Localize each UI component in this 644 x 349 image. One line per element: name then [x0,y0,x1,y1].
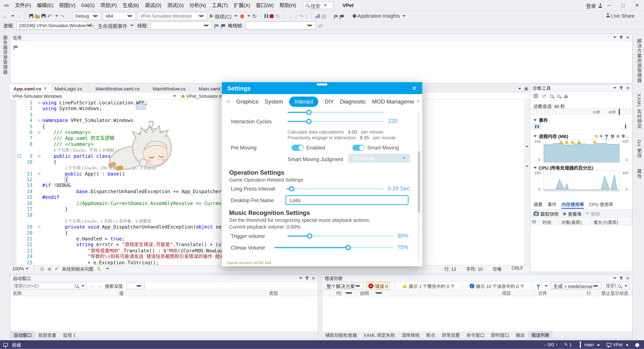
errors-filter-button[interactable]: ✕错误 0 [366,282,390,290]
pending-edits[interactable]: ✎1 [564,342,572,347]
zoom-dropdown[interactable]: 100% [12,266,29,271]
fold-icon[interactable]: ⊟ [36,153,42,159]
col-line[interactable]: 行 [584,290,599,296]
save-all-icon[interactable] [42,14,46,18]
settings-tab[interactable]: DIY [324,99,334,105]
bell-icon[interactable] [636,343,639,346]
menu-item[interactable]: 扩展(X) [231,0,253,11]
gear-icon[interactable] [534,94,538,98]
continue-button[interactable]: 继续(C) [209,12,239,21]
next-result-icon[interactable]: → [97,283,102,289]
settings-title-bar[interactable]: Settings ✕ [222,82,422,94]
warnings-filter-button[interactable]: 展示 1 个警告中的 0 个 [400,282,457,290]
cropped-slider[interactable] [288,110,384,115]
document-tab[interactable]: App.xaml.cs ✕ [10,84,51,93]
long-press-slider[interactable] [286,186,384,191]
step-out-icon[interactable]: ↑ [305,13,308,19]
bottom-tab[interactable]: 辅助功能检查器 [322,331,360,339]
search-depth-dropdown[interactable] [126,282,144,289]
col-objects[interactable]: 对象(差异) [560,219,592,225]
pause-events-button[interactable] [533,123,541,130]
settings-tab[interactable]: Graphics [236,99,258,105]
close-icon[interactable]: ✕ [412,84,417,92]
save-icon[interactable] [29,14,33,18]
bottom-tab[interactable]: 输出 [512,331,528,339]
breadcrumb-project-dropdown[interactable]: VPet-Simulator.Windows [10,93,179,100]
col-id[interactable]: ID [530,219,541,225]
col-time[interactable]: 时间 [541,219,560,225]
navigate-back-icon[interactable]: ← [2,13,8,19]
menu-item[interactable]: 窗口(W) [253,0,276,11]
document-tab[interactable]: MainLogic.cs ✕ [51,84,92,93]
application-insights-dropdown[interactable]: Application Insights [352,12,407,21]
col-type[interactable]: 类型 [266,290,318,296]
menu-item[interactable]: 工具(T) [209,0,231,11]
solution-config-dropdown[interactable]: Debug [72,12,101,20]
restart-debug-icon[interactable]: ↻ [276,13,280,19]
fold-icon[interactable]: ⊟ [36,129,42,135]
menu-item[interactable]: 项目(P) [98,0,120,11]
chevron-down-icon[interactable] [518,88,521,89]
source-filter-dropdown[interactable]: 生成 + IntelliSense [550,282,601,289]
close-icon[interactable]: ✕ [312,275,316,281]
pin-icon[interactable] [620,36,622,39]
diagnostics-tab[interactable]: 事件 [548,201,556,209]
bottom-tab[interactable]: 错误列表 [528,331,552,339]
menu-item[interactable]: 文件(F) [12,0,34,11]
diagnostics-tab[interactable]: CPU 使用率 [589,201,613,209]
sidebar-tab[interactable]: XAML 实时预览 [636,91,642,131]
error-list-grid[interactable] [322,296,632,330]
zoom-in-icon[interactable] [550,94,553,98]
climax-volume-slider[interactable] [274,245,394,250]
diagnostics-tab[interactable]: 内存使用率 [562,201,584,209]
scope-dropdown[interactable]: 整个解决方案 [324,282,364,289]
platform-dropdown[interactable]: x64 [103,12,136,20]
bottom-tab[interactable]: 断点 [423,331,438,339]
task-flag-icon[interactable] [14,46,18,48]
fold-icon[interactable]: ⊟ [36,118,42,124]
sidebar-tab[interactable]: Git 更改 [636,137,642,161]
menu-item[interactable]: Git(G) [78,0,98,11]
document-tab[interactable]: MainWindow.cs ✕ [149,84,195,93]
timeline-ruler[interactable]: 30秒 40秒 [530,109,632,115]
delete-snapshot-button[interactable]: ✕删除 [586,210,600,217]
drag-handle[interactable] [317,83,327,85]
chevron-down-icon[interactable] [613,277,616,279]
close-icon[interactable]: ✕ [626,85,630,91]
maximize-button[interactable]: □ [616,0,630,11]
pet-name-input[interactable] [286,195,409,205]
close-icon[interactable]: ✕ [44,86,47,91]
toggle-icon[interactable]: ⇄ [318,22,322,29]
memory-section-header[interactable]: 进程内存 (MB) G 快 专… [534,133,629,139]
chevron-left-icon[interactable]: < [227,98,230,105]
caret-line[interactable]: 行: 12 [444,265,456,272]
autos-search-box[interactable] [12,282,87,289]
feedback-icon[interactable] [3,343,8,346]
show-next-statement-icon[interactable]: → [288,13,293,19]
menu-item[interactable]: 视图(V) [56,0,78,11]
pin-icon[interactable] [620,86,622,90]
take-snapshot-button[interactable]: 截取快照 [534,210,558,217]
memory-controls[interactable]: G 快 专… [595,133,629,139]
document-outline-icon[interactable]: ▤ [40,266,44,271]
pet-moving-toggle[interactable] [292,145,304,151]
stackframe-dropdown[interactable] [246,21,316,30]
settings-tab[interactable]: System [265,99,283,105]
mascot-drag-handle[interactable] [136,104,146,109]
bottom-tab[interactable]: 异常设置 [438,331,463,339]
bookmark-next-icon[interactable] [340,15,344,17]
events-section-header[interactable]: 事件 [534,117,548,123]
col-value[interactable]: 值 [117,290,267,296]
lifecycle-events-dropdown[interactable]: 生命周期事件 [96,21,135,30]
break-all-icon[interactable] [265,14,268,18]
menu-item[interactable]: 测试(S) [164,0,186,11]
sync-status[interactable]: ↓0/0↑ [544,342,558,347]
editor-scrollbar[interactable] [524,100,530,265]
startup-project-dropdown[interactable]: VPet-Simulator.Windows [137,12,207,20]
chart-icon[interactable] [564,94,568,98]
bottom-tab[interactable]: 命令窗口 [463,331,488,339]
menu-item[interactable]: 调试(D) [142,0,164,11]
sidebar-tab[interactable]: 属性 [636,166,642,181]
fold-icon[interactable]: ⊟ [36,224,42,230]
minimize-button[interactable]: ─ [602,0,616,11]
